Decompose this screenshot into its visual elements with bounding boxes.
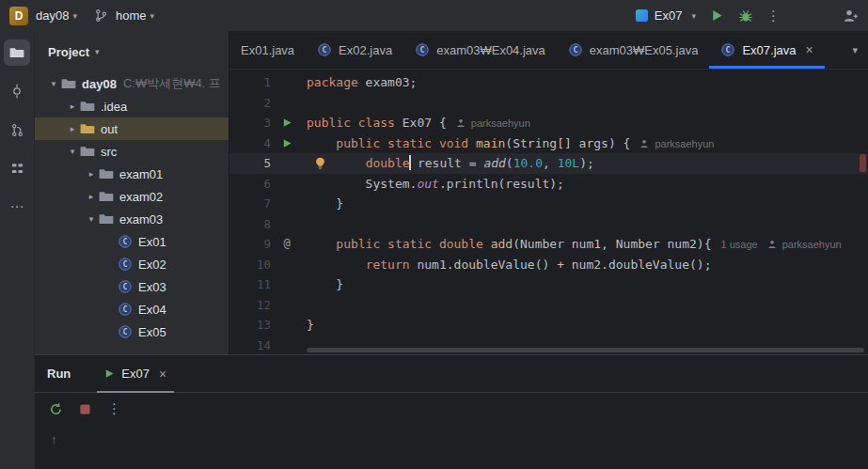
tree-item-day08[interactable]: ▾day08C:₩박세현₩4. 프 xyxy=(35,72,229,95)
more-toolwindows-button[interactable]: ⋯ xyxy=(4,194,30,220)
author-inlay-hint[interactable]: parksaehyun xyxy=(456,117,530,129)
run-gutter-icon[interactable] xyxy=(271,133,303,154)
vcs-branch-widget[interactable]: home xyxy=(116,8,147,23)
chevron-right-icon[interactable]: ▸ xyxy=(84,169,99,179)
project-toolwindow-button[interactable] xyxy=(4,39,30,66)
code-line-4[interactable]: 4 public static void main(String[] args)… xyxy=(229,133,868,154)
usages-inlay-hint[interactable]: 1 usage xyxy=(721,239,758,250)
stop-button[interactable] xyxy=(79,403,91,415)
author-inlay-hint[interactable]: parksaehyun xyxy=(639,138,714,149)
close-icon[interactable]: × xyxy=(159,367,166,382)
code-text: double result = add(10.0, 10L); xyxy=(303,153,594,174)
tree-item-out[interactable]: ▸out xyxy=(35,117,229,140)
code-editor[interactable]: 1package exam03;23public class Ex07 { pa… xyxy=(229,70,868,354)
code-line-5[interactable]: 5 double result = add(10.0, 10L); xyxy=(229,153,868,174)
code-line-9[interactable]: 9@ public static double add(Number num1,… xyxy=(229,234,868,255)
code-line-7[interactable]: 7 } xyxy=(229,194,868,214)
code-text: package exam03; xyxy=(303,72,417,93)
run-configuration-widget[interactable]: Ex07 ▾ xyxy=(635,8,696,23)
structure-toolwindow-button[interactable] xyxy=(4,155,30,181)
chevron-down-icon: ▾ xyxy=(72,11,77,21)
gutter-spacer xyxy=(271,174,303,195)
tab-ex01-java[interactable]: Ex01.java xyxy=(229,31,306,69)
run-toolbar: ⋮ xyxy=(35,393,868,425)
hidden-tabs-button[interactable]: ▾ xyxy=(842,44,868,56)
chevron-down-icon[interactable]: ▾ xyxy=(84,214,99,224)
more-options-button[interactable]: ⋮ xyxy=(107,400,121,417)
line-number: 10 xyxy=(229,255,271,275)
horizontal-scrollbar[interactable] xyxy=(307,348,864,352)
line-number: 12 xyxy=(229,295,271,316)
folder-icon xyxy=(80,144,99,159)
debug-button[interactable] xyxy=(738,8,753,23)
annotation-gutter-icon[interactable]: @ xyxy=(271,234,303,255)
svg-text:C: C xyxy=(323,45,327,55)
svg-text:C: C xyxy=(726,45,731,55)
commit-toolwindow-button[interactable] xyxy=(4,78,30,104)
tab-label: Ex02.java xyxy=(339,43,392,57)
code-line-2[interactable]: 2 xyxy=(229,93,868,114)
line-number: 2 xyxy=(229,93,271,114)
run-panel-title: Run xyxy=(47,367,71,381)
code-with-me-button[interactable] xyxy=(843,8,859,23)
pull-requests-toolwindow-button[interactable] xyxy=(4,117,30,143)
tab-label: exam03₩Ex05.java xyxy=(590,43,699,57)
chevron-right-icon[interactable]: ▸ xyxy=(65,124,80,133)
tree-item-label: exam01 xyxy=(119,167,163,181)
chevron-down-icon[interactable]: ▾ xyxy=(46,79,61,88)
code-line-1[interactable]: 1package exam03; xyxy=(229,72,868,93)
tree-item-ex01[interactable]: CEx01 xyxy=(35,230,229,253)
editor-tab-bar: Ex01.javaCEx02.javaCexam03₩Ex04.javaCexa… xyxy=(229,31,868,70)
author-inlay-hint[interactable]: parksaehyun xyxy=(767,239,842,250)
code-line-11[interactable]: 11 } xyxy=(229,274,868,295)
tree-item-exam02[interactable]: ▸exam02 xyxy=(35,185,229,208)
chevron-right-icon[interactable]: ▸ xyxy=(65,102,80,111)
tab-ex02-java[interactable]: CEx02.java xyxy=(306,31,403,69)
tree-item-exam03[interactable]: ▾exam03 xyxy=(35,208,229,230)
tree-item-ex03[interactable]: CEx03 xyxy=(35,275,229,298)
close-icon[interactable]: × xyxy=(806,42,813,57)
more-actions-button[interactable]: ⋮ xyxy=(766,8,781,24)
tree-item-label: .idea xyxy=(101,100,127,114)
chevron-down-icon[interactable]: ▾ xyxy=(65,147,80,156)
code-text: public static void main(String[] args) {… xyxy=(303,133,714,154)
code-line-6[interactable]: 6 System.out.println(result); xyxy=(229,174,868,195)
code-line-8[interactable]: 8 xyxy=(229,214,868,235)
tab-exam03-ex05-java[interactable]: Cexam03₩Ex05.java xyxy=(557,31,710,69)
title-bar: D day08 ▾ home ▾ Ex07 ▾ ⋮ xyxy=(0,0,868,31)
class-icon: C xyxy=(568,42,583,57)
tree-item-ex05[interactable]: CEx05 xyxy=(35,320,229,343)
tree-item-exam01[interactable]: ▸exam01 xyxy=(35,163,229,185)
chevron-right-icon[interactable]: ▸ xyxy=(84,192,99,201)
run-console[interactable]: ↑ "C:\Program Files\Java\jdk-21\bin\java… xyxy=(35,425,868,469)
chevron-down-icon: ▾ xyxy=(150,11,154,21)
run-tab-ex07[interactable]: Ex07 × xyxy=(97,355,174,392)
tab-label: Ex07.java xyxy=(742,43,796,57)
tree-item-ex04[interactable]: CEx04 xyxy=(35,298,229,320)
tree-item-idea[interactable]: ▸.idea xyxy=(35,95,229,117)
project-switcher[interactable]: day08 xyxy=(36,8,69,23)
code-line-12[interactable]: 12 xyxy=(229,295,868,316)
code-line-10[interactable]: 10 return num1.doubleValue() + num2.doub… xyxy=(229,255,868,275)
code-text xyxy=(303,214,307,235)
tree-item-src[interactable]: ▾src xyxy=(35,140,229,163)
tree-item-ex02[interactable]: CEx02 xyxy=(35,253,229,275)
project-panel-header[interactable]: Project ▾ xyxy=(35,31,229,72)
gutter-spacer xyxy=(271,315,303,336)
chevron-down-icon: ▾ xyxy=(95,47,100,56)
tab-label: exam03₩Ex04.java xyxy=(436,43,545,57)
code-line-3[interactable]: 3public class Ex07 { parksaehyun xyxy=(229,113,868,133)
code-line-13[interactable]: 13} xyxy=(229,315,868,336)
run-button[interactable] xyxy=(710,8,724,23)
rerun-button[interactable] xyxy=(49,402,63,416)
tab-exam03-ex04-java[interactable]: Cexam03₩Ex04.java xyxy=(403,31,557,69)
svg-text:C: C xyxy=(122,305,127,314)
tab-ex07-java[interactable]: CEx07.java× xyxy=(709,31,824,69)
editor-zone: Ex01.javaCEx02.javaCexam03₩Ex04.javaCexa… xyxy=(229,31,868,354)
class-icon: C xyxy=(118,234,136,249)
tree-item-label: Ex02 xyxy=(138,258,166,272)
tree-item-label: day08 xyxy=(82,77,117,91)
project-panel: Project ▾ ▾day08C:₩박세현₩4. 프▸.idea▸out▾sr… xyxy=(35,31,229,354)
run-gutter-icon[interactable] xyxy=(271,113,303,133)
scroll-to-top-icon[interactable]: ↑ xyxy=(51,430,57,450)
